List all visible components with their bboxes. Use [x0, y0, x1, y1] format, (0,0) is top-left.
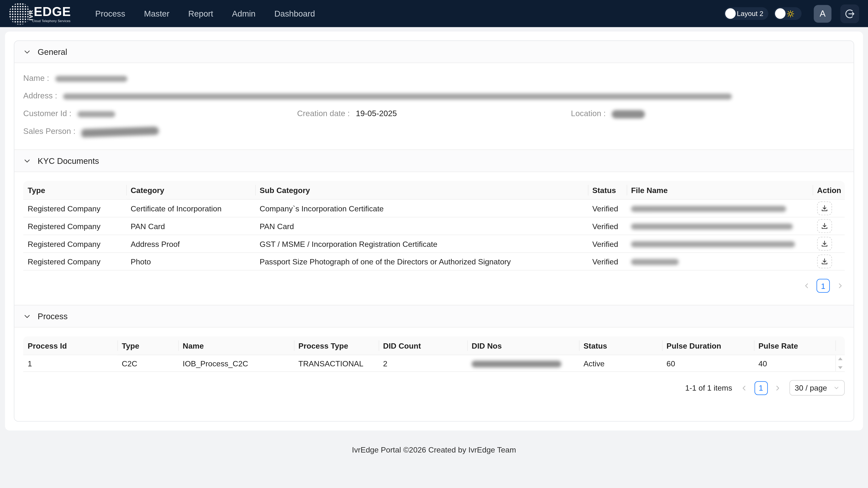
cell-status: Verified: [588, 235, 626, 253]
download-icon: [821, 222, 828, 229]
col-file-name: File Name: [627, 181, 813, 200]
kyc-table: Type Category Sub Category Status File N…: [23, 181, 845, 271]
scroll-down-icon: [838, 366, 842, 369]
section-title-process: Process: [38, 312, 68, 321]
prev-page-button[interactable]: [739, 381, 749, 394]
panel-kyc: KYC Documents Type Category: [14, 150, 854, 305]
footer-text: IvrEdge Portal ©2026 Created by IvrEdge …: [352, 446, 516, 454]
layout-switch[interactable]: Layout 2: [724, 7, 768, 20]
cell-type: Registered Company: [23, 218, 126, 235]
download-icon: [821, 258, 828, 265]
redacted-value: [55, 76, 127, 82]
cell-pulse-rate: 40: [754, 355, 835, 372]
field-label: Address :: [23, 91, 57, 100]
redacted-file-name: [631, 241, 795, 248]
field-label: Location :: [571, 109, 606, 118]
download-button[interactable]: [817, 219, 832, 233]
switch-knob: [775, 8, 785, 19]
nav-item-dashboard[interactable]: Dashboard: [274, 9, 315, 18]
page: IVR EDGE Cloud Telephony Services Proces…: [0, 0, 868, 488]
table-row: Registered Company PAN Card PAN Card Ver…: [23, 218, 845, 235]
page-button-1[interactable]: 1: [754, 381, 768, 395]
brand-ivr-text: IVR: [28, 6, 34, 20]
page-button-1[interactable]: 1: [816, 279, 830, 293]
scroll-up-icon: [838, 357, 842, 360]
sun-icon: [786, 10, 794, 18]
col-status: Status: [588, 181, 626, 200]
avatar[interactable]: A: [814, 5, 832, 23]
download-icon: [821, 240, 828, 247]
collapse-container: General Name : Address :: [14, 40, 854, 422]
table-row: Registered Company Address Proof GST / M…: [23, 235, 845, 253]
nav-item-report[interactable]: Report: [188, 9, 213, 18]
next-page-button[interactable]: [835, 279, 845, 292]
kyc-table-area: Type Category Sub Category Status File N…: [14, 172, 854, 305]
cell-file-name: [627, 218, 813, 235]
col-category: Category: [126, 181, 255, 200]
cell-category: Address Proof: [126, 235, 255, 253]
redacted-did-nos: [472, 361, 561, 367]
cell-status: Verified: [588, 200, 626, 218]
nav-item-admin[interactable]: Admin: [232, 9, 255, 18]
panel-general: General Name : Address :: [14, 41, 854, 150]
cell-status: Verified: [588, 218, 626, 235]
col-pulse-duration: Pulse Duration: [662, 336, 754, 355]
section-header-general[interactable]: General: [14, 41, 854, 63]
cell-name: IOB_Process_C2C: [178, 355, 294, 372]
section-header-process[interactable]: Process: [14, 305, 854, 327]
page-footer: IvrEdge Portal ©2026 Created by IvrEdge …: [0, 430, 868, 469]
cell-file-name: [627, 253, 813, 270]
cell-sub-category: PAN Card: [255, 218, 588, 235]
kyc-header-row: Type Category Sub Category Status File N…: [23, 181, 845, 200]
field-label: Name :: [23, 73, 49, 83]
brand-logo[interactable]: IVR EDGE Cloud Telephony Services: [9, 1, 76, 26]
cell-process-id: 1: [23, 355, 117, 372]
cell-file-name: [627, 235, 813, 253]
nav-item-master[interactable]: Master: [144, 9, 169, 18]
logout-icon: [844, 8, 855, 19]
download-button[interactable]: [817, 201, 832, 215]
cell-type: Registered Company: [23, 200, 126, 218]
cell-type: C2C: [117, 355, 178, 372]
cell-pulse-duration: 60: [662, 355, 754, 372]
field-name: Name :: [23, 72, 845, 84]
nav-item-process[interactable]: Process: [95, 9, 125, 18]
theme-switch[interactable]: [774, 7, 802, 20]
col-type: Type: [23, 181, 126, 200]
page-size-select[interactable]: 30 / page: [789, 380, 845, 396]
section-header-kyc[interactable]: KYC Documents: [14, 150, 854, 172]
download-icon: [821, 205, 828, 212]
col-type: Type: [117, 336, 178, 355]
cell-type: Registered Company: [23, 235, 126, 253]
general-fields: Name : Address : Customer Id :: [14, 63, 854, 150]
process-pagination: 1-1 of 1 items 1 30 / page: [23, 380, 845, 396]
brand-tagline: Cloud Telephony Services: [32, 19, 71, 23]
page-size-value: 30 / page: [795, 384, 827, 392]
section-title-kyc: KYC Documents: [38, 156, 99, 165]
cell-status: Verified: [588, 253, 626, 270]
col-did-count: DID Count: [378, 336, 467, 355]
download-button[interactable]: [817, 255, 832, 268]
cell-did-nos: [467, 355, 579, 372]
next-page-button[interactable]: [773, 381, 782, 394]
cell-did-count: 2: [378, 355, 467, 372]
section-title-general: General: [38, 47, 67, 57]
chevron-down-icon: [834, 385, 839, 391]
main-nav: Process Master Report Admin Dashboard: [95, 9, 315, 18]
field-row-3col: Customer Id : Creation date : 19-05-2025…: [23, 108, 845, 120]
pagination-total: 1-1 of 1 items: [685, 384, 732, 392]
col-sub-category: Sub Category: [255, 181, 588, 200]
redacted-value: [612, 110, 645, 118]
download-button[interactable]: [817, 237, 832, 251]
redacted-value: [63, 93, 732, 99]
navbar: IVR EDGE Cloud Telephony Services Proces…: [0, 0, 868, 27]
col-process-type: Process Type: [294, 336, 378, 355]
prev-page-button[interactable]: [802, 279, 812, 292]
redacted-file-name: [631, 259, 679, 265]
logout-button[interactable]: [840, 4, 859, 23]
cell-sub-category: GST / MSME / Incorporation Registration …: [255, 235, 588, 253]
cell-action: [812, 253, 845, 270]
cell-category: Photo: [126, 253, 255, 270]
field-address: Address :: [23, 90, 845, 102]
table-scrollbar[interactable]: [835, 355, 845, 372]
